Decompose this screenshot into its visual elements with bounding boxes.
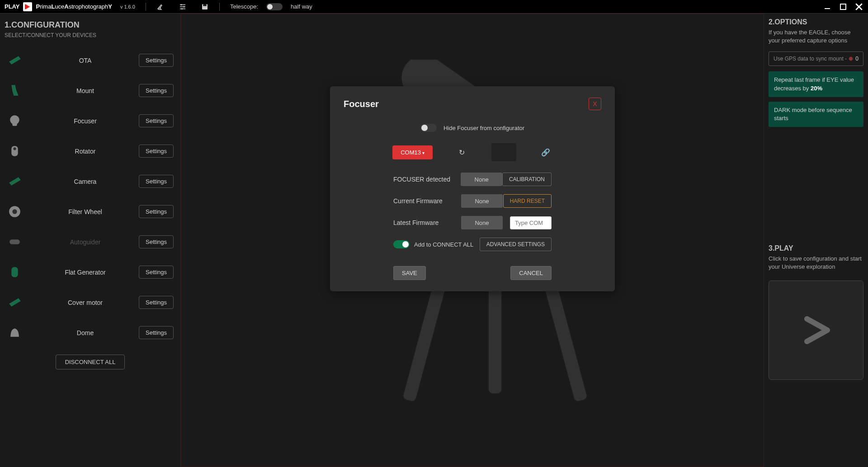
svg-rect-14 [11,267,18,277]
svg-point-3 [181,8,183,9]
svg-point-22 [849,57,853,61]
device-row-flat-generator: Flat Generator Settings [5,257,176,287]
dark-mode-option[interactable]: DARK mode before sequence starts [769,102,863,127]
device-settings-button[interactable]: Settings [139,84,174,97]
play-arrow-icon [798,312,834,348]
modal-title: Focuser [344,99,379,109]
link-icon[interactable]: 🔗 [539,145,552,159]
device-icon [7,264,23,280]
device-icon [7,143,23,159]
options-text: If you have the EAGLE, choose your prefe… [769,28,863,45]
refresh-icon[interactable]: ↻ [455,145,469,159]
device-settings-button[interactable]: Settings [139,326,174,339]
disconnect-all-button[interactable]: DISCONNECT ALL [56,355,125,369]
svg-rect-19 [402,277,448,402]
hard-reset-button[interactable]: HARD RESET [503,194,552,208]
svg-point-2 [183,6,184,7]
connect-all-label: Add to CONNECT ALL [414,241,473,248]
advanced-settings-button[interactable]: ADVANCED SETTINGS [480,238,552,251]
device-name-label: Flat Generator [32,269,139,276]
play-label: PLAY [5,3,19,10]
hide-focuser-toggle[interactable] [420,124,437,132]
com-port-dropdown[interactable]: COM13 [392,145,433,159]
svg-rect-21 [488,276,502,394]
app-name: PrimaLuceAstrophotographY [36,3,112,10]
options-title: 2.OPTIONS [769,18,863,26]
save-button[interactable]: SAVE [393,266,426,280]
svg-point-12 [12,209,17,214]
minimize-button[interactable] [823,2,832,11]
device-settings-button[interactable]: Settings [139,145,174,158]
telescope-label: Telescope: [230,3,258,10]
calibration-button[interactable]: CALIBRATION [502,173,552,186]
device-icon [7,325,23,341]
device-row-camera: Camera Settings [5,166,176,196]
options-panel: 2.OPTIONS If you have the EAGLE, choose … [764,14,868,467]
configuration-panel: 1.CONFIGURATION SELECT/CONNECT YOUR DEVI… [0,14,181,467]
repeat-frame-option[interactable]: Repeat last frame if EYE value decreases… [769,71,863,97]
device-name-label: OTA [32,57,139,64]
maximize-button[interactable] [839,2,848,11]
device-name-label: Mount [32,87,139,94]
version-label: v 1.6.0 [120,4,135,9]
close-button[interactable] [854,2,863,11]
svg-point-10 [13,147,16,150]
preview-box [491,143,516,161]
device-name-label: Cover motor [32,299,139,306]
device-icon [7,113,23,129]
device-icon [7,173,23,189]
device-settings-button[interactable]: Settings [139,235,174,248]
device-row-rotator: Rotator Settings [5,136,176,166]
detected-label: FOCUSER detected [393,176,461,183]
focuser-modal: Focuser X Hide Focuser from configurator… [330,86,615,291]
device-name-label: Autoguider [32,238,139,246]
config-subtitle: SELECT/CONNECT YOUR DEVICES [5,32,176,38]
device-icon [7,204,23,219]
telescope-status: half way [291,3,312,10]
device-name-label: Dome [32,329,139,336]
current-fw-label: Current Firmware [393,197,461,205]
device-row-dome: Dome Settings [5,318,176,348]
hide-focuser-label: Hide Focuser from configurator [443,125,524,131]
device-settings-button[interactable]: Settings [139,54,174,67]
play-button[interactable] [769,280,863,380]
svg-rect-8 [12,123,17,126]
latest-fw-label: Latest Firmware [393,219,461,226]
device-row-focuser: Focuser Settings [5,106,176,136]
device-row-mount: Mount Settings [5,75,176,106]
device-icon [7,234,23,250]
device-settings-button[interactable]: Settings [139,175,174,188]
top-bar: PLAY PrimaLuceAstrophotographY v 1.6.0 T… [0,0,868,14]
center-panel: Focuser X Hide Focuser from configurator… [181,14,764,467]
device-settings-button[interactable]: Settings [139,266,174,279]
com-input[interactable] [510,216,552,229]
svg-rect-6 [840,4,846,9]
device-icon [7,83,23,98]
device-row-ota: OTA Settings [5,45,176,75]
gps-sync-option[interactable]: Use GPS data to sync mount - 0 [769,51,863,66]
device-settings-button[interactable]: Settings [139,114,174,127]
device-settings-button[interactable]: Settings [139,205,174,218]
sliders-icon[interactable] [179,3,187,11]
device-settings-button[interactable]: Settings [139,296,174,309]
play-title: 3.PLAY [769,244,863,252]
config-title: 1.CONFIGURATION [5,20,176,30]
satellite-icon [848,56,854,62]
device-icon [7,52,23,68]
svg-rect-20 [542,277,588,402]
device-name-label: Rotator [32,148,139,155]
cancel-button[interactable]: CANCEL [510,266,552,280]
modal-close-button[interactable]: X [589,98,601,110]
gps-sync-label: Use GPS data to sync mount - [774,56,847,62]
telescope-toggle[interactable] [266,3,283,10]
device-row-cover-motor: Cover motor Settings [5,287,176,318]
device-row-filter-wheel: Filter Wheel Settings [5,196,176,227]
save-icon[interactable] [201,3,209,11]
telescope-icon[interactable] [156,3,165,11]
svg-rect-5 [203,4,207,6]
svg-rect-13 [9,239,20,244]
connect-all-toggle[interactable] [393,240,410,248]
device-row-autoguider: Autoguider Settings [5,227,176,257]
detected-value: None [461,173,502,186]
play-text: Click to save configuration and start yo… [769,255,863,271]
